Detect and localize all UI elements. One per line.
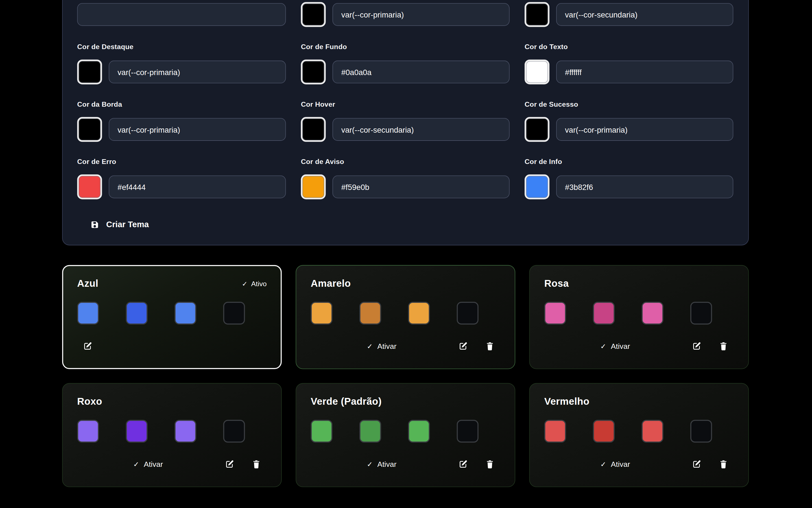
- hover-color-input[interactable]: [333, 118, 510, 141]
- field-border-color: Cor da Borda: [77, 100, 286, 142]
- theme-color-swatch: [174, 302, 196, 325]
- field-label: Cor de Sucesso: [525, 100, 733, 109]
- edit-icon: [458, 460, 468, 469]
- theme-name-input[interactable]: [77, 3, 286, 26]
- theme-color-swatch: [690, 302, 712, 325]
- edit-icon: [83, 342, 92, 351]
- theme-color-swatch: [126, 420, 148, 443]
- theme-name: Amarelo: [311, 278, 351, 289]
- theme-form-grid: Cor de Destaque Cor de Fundo Cor do Text…: [77, 2, 733, 199]
- field-theme-name: [77, 2, 286, 27]
- color-picker-swatch[interactable]: [525, 2, 550, 27]
- accent-color-input[interactable]: [109, 61, 286, 84]
- theme-color-swatch: [223, 420, 245, 443]
- theme-color-swatch: [311, 420, 333, 443]
- theme-name: Verde (Padrão): [311, 396, 382, 407]
- color-picker-swatch[interactable]: [77, 117, 102, 142]
- field-label: Cor da Borda: [77, 100, 286, 109]
- theme-card-amarelo: Amarelo ✓ Ativar: [296, 265, 515, 369]
- trash-icon: [486, 342, 494, 351]
- edit-theme-button[interactable]: [453, 337, 473, 355]
- color-picker-swatch[interactable]: [525, 59, 550, 84]
- activate-theme-button[interactable]: ✓ Ativar: [311, 460, 453, 468]
- theme-name: Roxo: [77, 396, 102, 407]
- active-status-label: Ativo: [251, 280, 267, 288]
- themes-grid: Azul ✓ Ativo: [62, 265, 749, 487]
- field-label: Cor de Info: [525, 158, 733, 166]
- edit-theme-button[interactable]: [219, 455, 240, 474]
- field-warning-color: Cor de Aviso: [301, 158, 510, 199]
- activate-theme-button[interactable]: ✓ Ativar: [77, 460, 219, 468]
- color-picker-swatch[interactable]: [301, 2, 326, 27]
- field-error-color: Cor de Erro: [77, 158, 286, 199]
- theme-color-swatch: [642, 302, 663, 325]
- check-icon: ✓: [133, 460, 139, 468]
- theme-color-swatch: [77, 420, 99, 443]
- field-label: Cor de Erro: [77, 158, 286, 166]
- theme-card-roxo: Roxo ✓ Ativar: [62, 383, 282, 487]
- field-text-color: Cor do Texto: [525, 43, 733, 84]
- primary-color-input[interactable]: [333, 3, 510, 26]
- field-label: Cor de Aviso: [301, 158, 510, 166]
- delete-theme-button[interactable]: [479, 455, 500, 474]
- theme-color-swatch: [544, 420, 566, 443]
- trash-icon: [486, 460, 494, 469]
- warning-color-input[interactable]: [333, 175, 510, 199]
- theme-color-swatch: [223, 302, 245, 325]
- delete-theme-button[interactable]: [479, 337, 500, 355]
- active-status-badge: ✓ Ativo: [242, 280, 267, 288]
- color-picker-swatch[interactable]: [525, 174, 550, 199]
- theme-editor-page: Cor de Destaque Cor de Fundo Cor do Text…: [0, 0, 812, 508]
- check-icon: ✓: [242, 280, 248, 288]
- text-color-input[interactable]: [556, 61, 733, 84]
- edit-theme-button[interactable]: [686, 455, 707, 474]
- theme-color-swatch: [690, 420, 712, 443]
- secondary-color-input[interactable]: [556, 3, 733, 26]
- color-picker-swatch[interactable]: [77, 59, 102, 84]
- theme-color-swatch: [642, 420, 663, 443]
- background-color-input[interactable]: [333, 61, 510, 84]
- trash-icon: [719, 460, 728, 469]
- color-picker-swatch[interactable]: [301, 59, 326, 84]
- edit-icon: [692, 342, 701, 351]
- activate-theme-button[interactable]: ✓ Ativar: [544, 342, 686, 350]
- theme-card-verde: Verde (Padrão) ✓ Ativar: [296, 383, 515, 487]
- field-success-color: Cor de Sucesso: [525, 100, 733, 142]
- activate-label: Ativar: [377, 460, 396, 468]
- edit-theme-button[interactable]: [686, 337, 707, 355]
- theme-color-swatch: [359, 420, 381, 443]
- theme-name: Vermelho: [544, 396, 590, 407]
- trash-icon: [252, 460, 260, 469]
- success-color-input[interactable]: [556, 118, 733, 141]
- theme-color-swatch: [544, 302, 566, 325]
- border-color-input[interactable]: [109, 118, 286, 141]
- theme-color-swatch: [593, 302, 615, 325]
- theme-color-swatch: [593, 420, 615, 443]
- theme-color-swatch: [311, 302, 333, 325]
- field-label: Cor Hover: [301, 100, 510, 109]
- info-color-input[interactable]: [556, 175, 733, 199]
- create-theme-button[interactable]: Criar Tema: [91, 220, 149, 229]
- edit-theme-button[interactable]: [77, 337, 98, 355]
- edit-theme-button[interactable]: [453, 455, 473, 474]
- activate-label: Ativar: [377, 342, 396, 350]
- field-secondary-color: [525, 2, 733, 27]
- activate-theme-button[interactable]: ✓ Ativar: [311, 342, 453, 350]
- color-picker-swatch[interactable]: [77, 174, 102, 199]
- activate-label: Ativar: [611, 460, 630, 468]
- theme-color-swatch: [408, 302, 430, 325]
- activate-label: Ativar: [611, 342, 630, 350]
- theme-color-swatch: [408, 420, 430, 443]
- color-picker-swatch[interactable]: [301, 117, 326, 142]
- delete-theme-button[interactable]: [713, 337, 734, 355]
- theme-color-swatch: [457, 302, 479, 325]
- color-picker-swatch[interactable]: [301, 174, 326, 199]
- error-color-input[interactable]: [109, 175, 286, 199]
- activate-label: Ativar: [144, 460, 163, 468]
- activate-theme-button[interactable]: ✓ Ativar: [544, 460, 686, 468]
- delete-theme-button[interactable]: [713, 455, 734, 474]
- theme-color-swatch: [174, 420, 196, 443]
- delete-theme-button[interactable]: [246, 455, 267, 474]
- color-picker-swatch[interactable]: [525, 117, 550, 142]
- theme-name: Rosa: [544, 278, 569, 289]
